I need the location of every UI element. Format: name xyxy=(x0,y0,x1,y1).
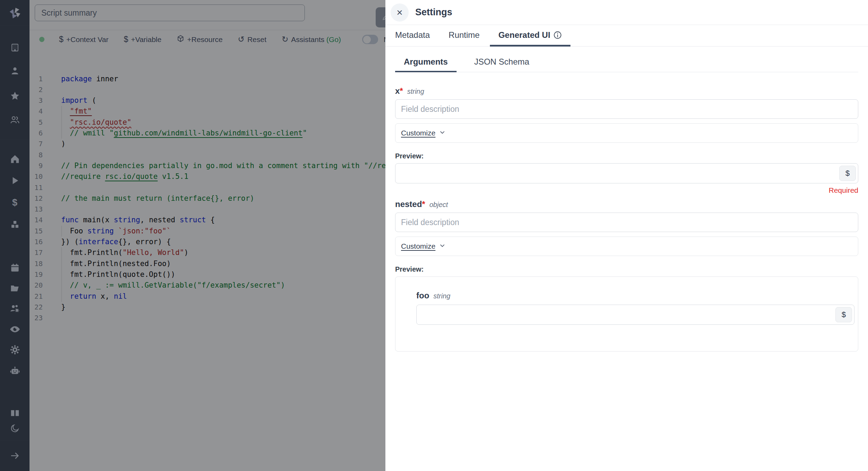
field-description-input[interactable] xyxy=(395,213,858,232)
preview-input-wrap: $ xyxy=(416,305,854,325)
app-root: $ xyxy=(0,0,868,471)
argument-field-x: x* string Customize Preview: xyxy=(395,86,858,195)
preview-value-input-x[interactable] xyxy=(395,163,858,183)
field-label: x* string xyxy=(395,86,858,96)
preview-input-wrap: $ xyxy=(395,163,858,183)
tab-runtime[interactable]: Runtime xyxy=(449,30,479,46)
page-title: Settings xyxy=(415,7,452,18)
settings-header: × Settings xyxy=(385,0,868,25)
preview-label: Preview: xyxy=(395,265,858,273)
subtab-json-schema[interactable]: JSON Schema xyxy=(466,57,538,72)
insert-variable-button[interactable]: $ xyxy=(835,307,852,322)
field-label: nested* object xyxy=(395,199,858,209)
close-button[interactable]: × xyxy=(391,3,409,22)
required-asterisk: * xyxy=(422,199,425,209)
field-type: string xyxy=(433,292,450,300)
chevron-down-icon xyxy=(439,242,446,251)
field-type: string xyxy=(407,88,424,96)
field-name: nested xyxy=(395,199,422,209)
chevron-down-icon xyxy=(439,129,446,138)
generated-ui-content: Arguments JSON Schema x* string Customiz… xyxy=(385,47,868,352)
field-description-input[interactable] xyxy=(395,99,858,119)
info-icon[interactable] xyxy=(553,31,562,40)
field-type: object xyxy=(429,201,448,209)
preview-label: Preview: xyxy=(395,152,858,160)
customize-toggle[interactable]: Customize xyxy=(401,129,446,138)
customize-section: Customize xyxy=(395,237,858,256)
settings-tabs: Metadata Runtime Generated UI xyxy=(385,25,868,47)
field-name: foo xyxy=(416,291,429,300)
tab-generated-ui[interactable]: Generated UI xyxy=(498,30,562,46)
required-asterisk: * xyxy=(400,86,403,96)
argument-field-nested: nested* object Customize Preview: xyxy=(395,199,858,352)
customize-toggle[interactable]: Customize xyxy=(401,242,446,251)
customize-section: Customize xyxy=(395,123,858,143)
nested-object-preview: foo string $ xyxy=(395,276,858,352)
field-name: x xyxy=(395,86,400,96)
insert-variable-button[interactable]: $ xyxy=(839,166,856,181)
subtab-arguments[interactable]: Arguments xyxy=(395,57,457,72)
preview-value-input-foo[interactable] xyxy=(416,305,854,325)
required-validation-message: Required xyxy=(395,186,858,195)
schema-subtabs: Arguments JSON Schema xyxy=(395,57,858,72)
settings-drawer: × Settings Metadata Runtime Generated UI… xyxy=(385,0,868,471)
field-label: foo string xyxy=(416,291,854,300)
tab-metadata[interactable]: Metadata xyxy=(395,30,430,46)
